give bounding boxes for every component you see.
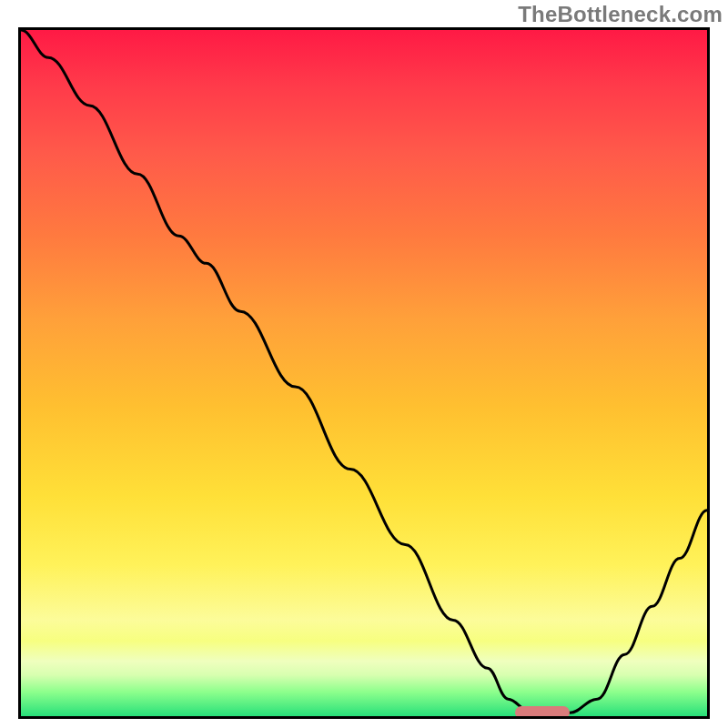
bottleneck-chart — [18, 27, 710, 719]
optimal-marker — [515, 706, 570, 719]
bottleneck-curve — [21, 30, 707, 716]
watermark-text: TheBottleneck.com — [518, 2, 723, 27]
